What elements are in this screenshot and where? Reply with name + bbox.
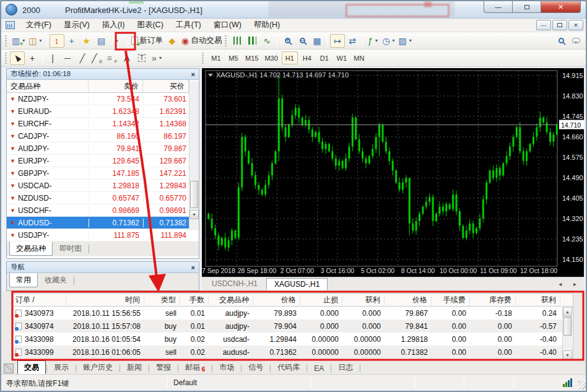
market-watch-button[interactable]: ↕ (50, 34, 64, 48)
market-watch-row[interactable]: ▼USDCHF-0.986690.98691 (7, 204, 199, 217)
scroll-down-icon[interactable]: ▼ (563, 351, 572, 360)
menu-item-0[interactable]: 文件(F) (20, 19, 58, 31)
tile-windows-button[interactable]: ▦ (310, 34, 324, 48)
vertical-line-button[interactable]: | (45, 51, 60, 65)
metaeditor-button[interactable]: ◆ (165, 34, 180, 48)
scrollbar-thumb[interactable] (190, 181, 198, 208)
dock-grip-icon[interactable] (4, 364, 14, 373)
fibonacci-button[interactable]: ≡F (105, 51, 120, 65)
chevron-down-icon[interactable]: ▾ (409, 38, 412, 43)
terminal-scrollbar[interactable]: ▲ ▼ (562, 307, 572, 360)
chart-document-icon[interactable] (6, 21, 15, 29)
column-ask[interactable]: 买价 (143, 80, 189, 92)
resize-grip[interactable] (578, 381, 587, 390)
timeframe-h4[interactable]: H4 (299, 51, 315, 64)
market-watch-tab-交易品种[interactable]: 交易品种 (9, 242, 53, 256)
chevron-down-icon[interactable]: ▾ (39, 38, 41, 43)
zoom-in-button[interactable]: + (280, 34, 295, 48)
data-window-button[interactable]: + (64, 34, 79, 48)
orders-column-1[interactable]: 时间 (66, 295, 144, 305)
orders-column-11[interactable]: 获利 (516, 295, 560, 305)
order-row[interactable]: 34330982018.10.16 01:05:54buy0.02usdcad-… (12, 333, 573, 346)
menu-item-4[interactable]: 工具(T) (170, 19, 207, 31)
tab-scroll-arrows-icon[interactable]: ◂ ▸ (559, 278, 581, 287)
text-label-button[interactable]: T (134, 51, 149, 65)
auto-scroll-button[interactable]: ↦ (330, 34, 345, 48)
navigator-titlebar[interactable]: 导航 × (7, 262, 199, 273)
timeframe-mn[interactable]: MN (351, 51, 367, 64)
market-watch-titlebar[interactable]: 市场报价: 01:06:18 × (7, 69, 199, 80)
line-chart-button[interactable]: ∿ (259, 34, 274, 48)
mdi-close-button[interactable]: ✕ (568, 20, 583, 30)
periods-button[interactable]: ◷▾ (380, 34, 396, 48)
market-watch-row[interactable]: ▼CADJPY-86.16086.197 (7, 130, 199, 142)
arrows-button[interactable]: »▾ (149, 51, 164, 65)
orders-column-8[interactable]: 价格 (385, 295, 432, 305)
timeframe-d1[interactable]: D1 (316, 51, 333, 64)
terminal-tab-账户历史[interactable]: 账户历史 (77, 361, 119, 374)
minimize-button[interactable]: — (484, 1, 513, 13)
scroll-up-icon[interactable]: ▲ (563, 307, 572, 316)
trendline-button[interactable]: ╱ (75, 51, 90, 65)
market-watch-row[interactable]: ▼NZDUSD-0.657470.65770 (7, 192, 199, 204)
market-watch-row[interactable]: ▼EURAUD-1.623481.62391 (7, 105, 199, 118)
profiles-button[interactable]: ◫▾ (27, 34, 43, 48)
chevron-down-icon[interactable]: ▾ (392, 38, 394, 43)
candlesticks-button[interactable] (245, 34, 259, 48)
autotrading-button[interactable]: ◉自动交易 (180, 34, 224, 48)
orders-column-9[interactable]: 手续费 (432, 295, 470, 305)
chart-area[interactable]: 14.91514.83014.74514.66014.57514.49014.4… (202, 68, 584, 277)
text-button[interactable]: A (120, 51, 134, 65)
title-bar[interactable]: 2000 ProfitMarketHK-Live2 - [XAGUSD-,H1]… (1, 1, 586, 19)
chat-button[interactable] (568, 34, 583, 48)
new-order-button[interactable]: 新订单 (129, 34, 165, 48)
templates-button[interactable]: ▨▾ (396, 34, 413, 48)
terminal-tab-交易[interactable]: 交易 (17, 360, 46, 374)
market-watch-row[interactable]: ▼NZDJPY-73.54473.601 (7, 93, 199, 105)
terminal-tab-邮箱[interactable]: 邮箱 6 (179, 361, 211, 374)
terminal-tab-展示[interactable]: 展示 (48, 361, 75, 374)
market-watch-row[interactable]: ▼AUDUSD-0.713620.71382 (7, 217, 199, 229)
market-watch-row[interactable]: ▼EURJPY-129.645129.667 (7, 155, 199, 167)
menu-item-3[interactable]: 图表(C) (131, 19, 169, 31)
terminal-tab-日志[interactable]: 日志 (332, 361, 359, 374)
market-watch-tab-即时图[interactable]: 即时图 (53, 242, 88, 255)
chevron-down-icon[interactable]: ▾ (159, 55, 162, 61)
crosshair-button[interactable]: + (25, 51, 40, 65)
market-watch-row[interactable]: ▼AUDJPY-79.84179.867 (7, 142, 199, 155)
terminal-tab-EA[interactable]: EA (308, 363, 330, 374)
terminal-button[interactable]: ▤ (94, 34, 109, 48)
restore-button[interactable] (513, 1, 541, 13)
navigator-tab-收藏夹[interactable]: 收藏夹 (38, 274, 73, 287)
order-row[interactable]: 34309742018.10.11 15:57:08buy0.01audjpy-… (12, 320, 573, 333)
orders-column-7[interactable]: 获利 (342, 295, 385, 305)
close-icon[interactable]: × (191, 264, 195, 271)
orders-column-5[interactable]: 价格 (253, 295, 300, 305)
terminal-tab-代码库[interactable]: 代码库 (271, 361, 306, 374)
chart-tab-USDCNH-,H1[interactable]: USDCNH-,H1 (204, 278, 265, 290)
indicators-button[interactable]: ƒ▾ (365, 34, 380, 48)
cursor-button[interactable] (10, 51, 25, 65)
search-button[interactable] (554, 34, 568, 48)
terminal-tab-信号[interactable]: 信号 (242, 361, 269, 374)
menu-item-1[interactable]: 显示(V) (58, 19, 96, 31)
menu-item-5[interactable]: 窗口(W) (207, 19, 248, 31)
status-profile[interactable]: Default (173, 378, 197, 387)
chart-shift-button[interactable]: ⇄ (345, 34, 360, 48)
navigator-tab-常用[interactable]: 常用 (9, 273, 38, 287)
orders-column-3[interactable]: 手数 (180, 295, 209, 305)
column-bid[interactable]: 卖价 (89, 80, 143, 92)
chart-tab-XAGUSD-,H1[interactable]: XAGUSD-,H1 (266, 278, 328, 290)
mdi-restore-button[interactable] (552, 20, 567, 30)
order-row[interactable]: 34330992018.10.16 01:06:05sell0.02audusd… (12, 346, 573, 359)
timeframe-h1[interactable]: H1 (282, 51, 298, 64)
zoom-out-button[interactable]: – (295, 34, 310, 48)
timeframe-m1[interactable]: M1 (208, 51, 224, 64)
terminal-tab-新闻[interactable]: 新闻 (121, 361, 148, 374)
mdi-minimize-button[interactable]: — (536, 20, 551, 30)
market-watch-row[interactable]: ▼USDCAD-1.298181.29843 (7, 180, 199, 192)
new-chart-button[interactable]: ▥+▾ (10, 34, 27, 48)
market-watch-row[interactable]: ▼GBPJPY-147.185147.221 (7, 167, 199, 180)
price-chart[interactable]: 14.91514.83014.74514.66014.57514.49014.4… (202, 68, 584, 277)
scrollbar-thumb[interactable] (563, 317, 572, 336)
